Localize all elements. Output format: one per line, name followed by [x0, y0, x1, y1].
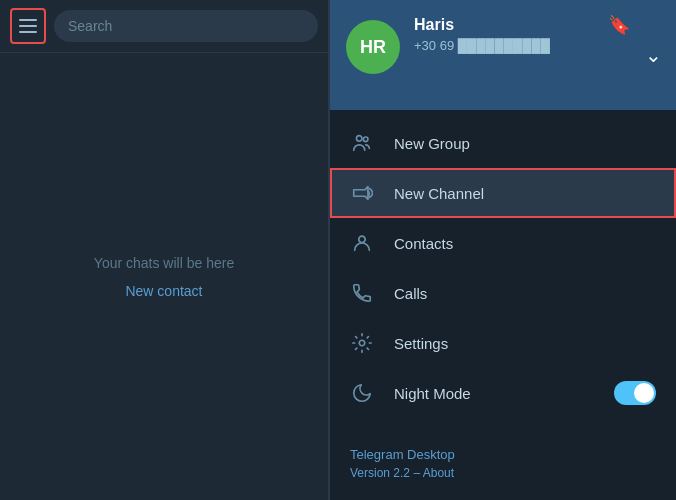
menu-label-new-channel: New Channel — [394, 185, 656, 202]
night-mode-toggle[interactable] — [614, 381, 656, 405]
right-panel: HR Haris +30 69 ██████████ 🔖 ⌄ — [330, 0, 676, 500]
left-panel: Your chats will be here New contact — [0, 0, 330, 500]
menu-item-new-group[interactable]: New Group — [330, 118, 676, 168]
empty-chats-area: Your chats will be here New contact — [0, 53, 328, 500]
search-input[interactable] — [54, 10, 318, 42]
menu-label-contacts: Contacts — [394, 235, 656, 252]
hamburger-line-3 — [19, 31, 37, 33]
profile-header[interactable]: HR Haris +30 69 ██████████ 🔖 ⌄ — [330, 0, 676, 110]
menu-item-night-mode[interactable]: Night Mode — [330, 368, 676, 418]
channel-icon — [350, 181, 374, 205]
menu-label-night-mode: Night Mode — [394, 385, 594, 402]
search-bar — [0, 0, 328, 53]
menu-item-settings[interactable]: Settings — [330, 318, 676, 368]
hamburger-line-2 — [19, 25, 37, 27]
chevron-down-icon[interactable]: ⌄ — [645, 43, 662, 67]
toggle-knob — [634, 383, 654, 403]
new-contact-link[interactable]: New contact — [125, 283, 202, 299]
contacts-icon — [350, 231, 374, 255]
night-mode-icon — [350, 381, 374, 405]
settings-icon — [350, 331, 374, 355]
svg-point-0 — [357, 136, 363, 142]
hamburger-button[interactable] — [10, 8, 46, 44]
menu-label-calls: Calls — [394, 285, 656, 302]
svg-point-1 — [363, 137, 368, 142]
empty-chats-text: Your chats will be here — [94, 255, 234, 271]
menu-overlay: HR Haris +30 69 ██████████ 🔖 ⌄ — [330, 0, 676, 500]
bookmark-icon[interactable]: 🔖 — [608, 14, 630, 36]
menu-footer: Telegram Desktop Version 2.2 – About — [330, 431, 676, 500]
svg-point-2 — [359, 236, 365, 242]
menu-label-settings: Settings — [394, 335, 656, 352]
hamburger-line-1 — [19, 19, 37, 21]
calls-icon — [350, 281, 374, 305]
svg-point-3 — [359, 340, 365, 346]
menu-item-calls[interactable]: Calls — [330, 268, 676, 318]
menu-item-new-channel[interactable]: New Channel — [330, 168, 676, 218]
group-icon — [350, 131, 374, 155]
menu-item-contacts[interactable]: Contacts — [330, 218, 676, 268]
menu-label-new-group: New Group — [394, 135, 656, 152]
app-version[interactable]: Version 2.2 – About — [350, 466, 656, 480]
app-name: Telegram Desktop — [350, 447, 656, 462]
avatar: HR — [346, 20, 400, 74]
profile-phone: +30 69 ██████████ — [414, 38, 660, 53]
menu-items-list: New Group New Channel — [330, 110, 676, 431]
